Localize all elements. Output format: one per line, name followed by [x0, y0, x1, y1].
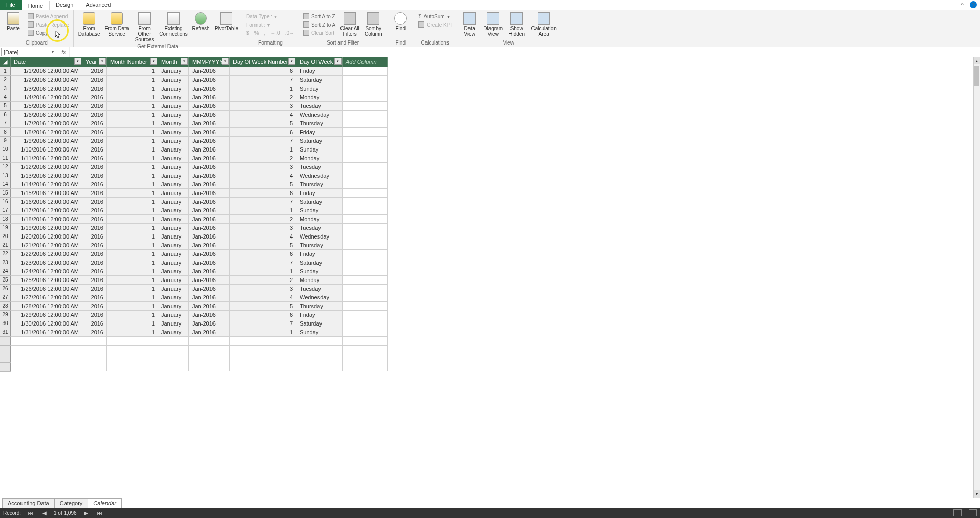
cell-date[interactable]: 1/9/2016 12:00:00 AM: [11, 136, 82, 145]
cell-dow-number[interactable]: 3: [230, 101, 296, 110]
cell-dow[interactable]: Monday: [296, 154, 343, 162]
cell-year[interactable]: 2016: [82, 119, 107, 127]
table-row[interactable]: 221/22/2016 12:00:00 AM20161JanuaryJan-2…: [0, 249, 971, 258]
cell-dow-number[interactable]: 5: [230, 180, 296, 188]
row-number[interactable]: 8: [0, 127, 11, 136]
table-row[interactable]: 51/5/2016 12:00:00 AM20161JanuaryJan-201…: [0, 101, 971, 110]
data-type-dropdown[interactable]: Data Type :▾: [244, 12, 296, 20]
cell-month-number[interactable]: 1: [107, 145, 158, 154]
autosum-button[interactable]: ΣAutoSum▾: [416, 12, 454, 20]
cell-mmm-yyyy[interactable]: Jan-2016: [189, 101, 230, 110]
cell-date[interactable]: 1/5/2016 12:00:00 AM: [11, 101, 82, 110]
cell-month-number[interactable]: 1: [107, 223, 158, 232]
cell-date[interactable]: 1/14/2016 12:00:00 AM: [11, 180, 82, 188]
cell-mmm-yyyy[interactable]: Jan-2016: [189, 319, 230, 328]
table-row[interactable]: 311/31/2016 12:00:00 AM20161JanuaryJan-2…: [0, 328, 971, 336]
cell-month-number[interactable]: 1: [107, 119, 158, 127]
cell-month[interactable]: January: [158, 110, 189, 119]
cell-month-number[interactable]: 1: [107, 241, 158, 249]
cell-month[interactable]: January: [158, 171, 189, 180]
from-data-service-button[interactable]: From Data Service: [103, 11, 130, 38]
cell-year[interactable]: 2016: [82, 258, 107, 267]
cell-month-number[interactable]: 1: [107, 162, 158, 171]
percent-button[interactable]: %: [252, 29, 261, 37]
cell-mmm-yyyy[interactable]: Jan-2016: [189, 180, 230, 188]
cell-year[interactable]: 2016: [82, 110, 107, 119]
cell-date[interactable]: 1/17/2016 12:00:00 AM: [11, 206, 82, 214]
cell-dow[interactable]: Friday: [296, 249, 343, 258]
name-box[interactable]: [Date] ▼: [1, 48, 57, 56]
cell-mmm-yyyy[interactable]: Jan-2016: [189, 127, 230, 136]
row-number[interactable]: 28: [0, 301, 11, 310]
cell-add-column[interactable]: [343, 136, 388, 145]
cell-month[interactable]: January: [158, 284, 189, 293]
cell-mmm-yyyy[interactable]: Jan-2016: [189, 67, 230, 75]
cell-mmm-yyyy[interactable]: Jan-2016: [189, 223, 230, 232]
cell-dow[interactable]: Tuesday: [296, 223, 343, 232]
cell-dow-number[interactable]: 1: [230, 328, 296, 336]
cell-mmm-yyyy[interactable]: Jan-2016: [189, 284, 230, 293]
comma-button[interactable]: ,: [262, 29, 268, 37]
row-number[interactable]: 18: [0, 214, 11, 223]
cell-date[interactable]: 1/20/2016 12:00:00 AM: [11, 232, 82, 241]
row-number[interactable]: 1: [0, 67, 11, 75]
cell-month-number[interactable]: 1: [107, 284, 158, 293]
cell-dow[interactable]: Tuesday: [296, 101, 343, 110]
cell-mmm-yyyy[interactable]: Jan-2016: [189, 154, 230, 162]
cell-mmm-yyyy[interactable]: Jan-2016: [189, 258, 230, 267]
cell-month-number[interactable]: 1: [107, 258, 158, 267]
cell-add-column[interactable]: [343, 171, 388, 180]
cell-month-number[interactable]: 1: [107, 310, 158, 319]
cell-mmm-yyyy[interactable]: Jan-2016: [189, 301, 230, 310]
paste-replace-button[interactable]: Paste Replace: [26, 20, 71, 29]
cell-year[interactable]: 2016: [82, 136, 107, 145]
filter-icon[interactable]: ▾: [150, 58, 157, 65]
last-record-button[interactable]: ⏭: [95, 510, 104, 516]
cell-year[interactable]: 2016: [82, 84, 107, 93]
row-number[interactable]: 7: [0, 119, 11, 127]
format-dropdown[interactable]: Format :▾: [244, 20, 296, 29]
cell-dow-number[interactable]: 6: [230, 188, 296, 197]
row-number[interactable]: 25: [0, 275, 11, 284]
cell-mmm-yyyy[interactable]: Jan-2016: [189, 171, 230, 180]
cell-month[interactable]: January: [158, 258, 189, 267]
cell-year[interactable]: 2016: [82, 214, 107, 223]
row-number[interactable]: 24: [0, 267, 11, 275]
cell-add-column[interactable]: [343, 67, 388, 75]
row-number[interactable]: 15: [0, 188, 11, 197]
find-button[interactable]: Find: [389, 11, 412, 32]
cell-month-number[interactable]: 1: [107, 84, 158, 93]
row-number[interactable]: 14: [0, 180, 11, 188]
table-row[interactable]: 71/7/2016 12:00:00 AM20161JanuaryJan-201…: [0, 119, 971, 127]
scroll-up-icon[interactable]: ▲: [974, 57, 980, 64]
cell-year[interactable]: 2016: [82, 241, 107, 249]
cell-mmm-yyyy[interactable]: Jan-2016: [189, 310, 230, 319]
cell-year[interactable]: 2016: [82, 206, 107, 214]
table-row[interactable]: 271/27/2016 12:00:00 AM20161JanuaryJan-2…: [0, 293, 971, 301]
cell-dow-number[interactable]: 2: [230, 275, 296, 284]
row-number[interactable]: 30: [0, 319, 11, 328]
cell-mmm-yyyy[interactable]: Jan-2016: [189, 119, 230, 127]
table-row[interactable]: 121/12/2016 12:00:00 AM20161JanuaryJan-2…: [0, 162, 971, 171]
cell-add-column[interactable]: [343, 232, 388, 241]
cell-date[interactable]: 1/3/2016 12:00:00 AM: [11, 84, 82, 93]
cell-month[interactable]: January: [158, 301, 189, 310]
table-row[interactable]: 191/19/2016 12:00:00 AM20161JanuaryJan-2…: [0, 223, 971, 232]
row-number[interactable]: 19: [0, 223, 11, 232]
row-number[interactable]: 2: [0, 75, 11, 84]
cell-date[interactable]: 1/30/2016 12:00:00 AM: [11, 319, 82, 328]
table-row[interactable]: 211/21/2016 12:00:00 AM20161JanuaryJan-2…: [0, 241, 971, 249]
cell-date[interactable]: 1/7/2016 12:00:00 AM: [11, 119, 82, 127]
cell-date[interactable]: 1/12/2016 12:00:00 AM: [11, 162, 82, 171]
cell-month[interactable]: January: [158, 310, 189, 319]
cell-dow[interactable]: Friday: [296, 67, 343, 75]
scroll-thumb[interactable]: [974, 66, 979, 86]
cell-add-column[interactable]: [343, 110, 388, 119]
cell-month-number[interactable]: 1: [107, 127, 158, 136]
filter-icon[interactable]: ▾: [74, 58, 81, 65]
row-number[interactable]: 31: [0, 328, 11, 336]
table-row[interactable]: 81/8/2016 12:00:00 AM20161JanuaryJan-201…: [0, 127, 971, 136]
data-view-status-icon[interactable]: [953, 509, 962, 516]
cell-dow[interactable]: Sunday: [296, 328, 343, 336]
row-number[interactable]: 10: [0, 145, 11, 154]
